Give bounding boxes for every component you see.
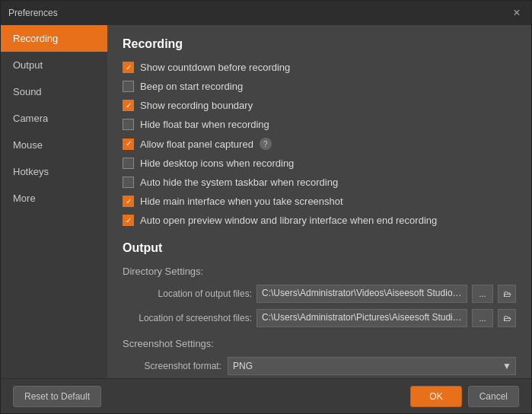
sidebar-item-sound[interactable]: Sound (1, 78, 107, 105)
checkbox-row-desktopicons: Hide desktop icons when recording (123, 158, 516, 169)
preferences-dialog: Preferences × Recording Output Sound Cam… (0, 0, 532, 414)
output-files-label: Location of output files: (123, 288, 252, 299)
ok-button[interactable]: OK (410, 386, 461, 407)
checkbox-desktopicons-label: Hide desktop icons when recording (140, 158, 294, 169)
screenshot-files-browse-button[interactable]: ... (472, 309, 493, 327)
close-button[interactable]: × (510, 6, 524, 20)
checkbox-maininterface[interactable] (123, 196, 134, 207)
help-icon[interactable]: ? (260, 138, 272, 150)
checkbox-maininterface-label: Hide main interface when you take screen… (140, 196, 343, 207)
checkbox-floatbar[interactable] (123, 119, 134, 130)
checkbox-row-floatpanel: Allow float panel captured ? (123, 138, 516, 150)
sidebar-item-recording[interactable]: Recording (1, 25, 107, 52)
content-area: Recording Show countdown before recordin… (107, 25, 531, 378)
sidebar-item-more[interactable]: More (1, 185, 107, 212)
sidebar-item-camera[interactable]: Camera (1, 105, 107, 132)
screenshot-settings-label: Screenshot Settings: (123, 338, 516, 349)
sidebar-item-mouse[interactable]: Mouse (1, 132, 107, 158)
output-files-row: Location of output files: C:\Users\Admin… (123, 285, 516, 303)
checkbox-row-taskbar: Auto hide the system taskbar when record… (123, 177, 516, 188)
checkbox-boundary[interactable] (123, 100, 134, 111)
checkbox-floatpanel-label: Allow float panel captured (140, 139, 253, 150)
screenshot-files-input[interactable]: C:\Users\Administrator\Pictures\Aiseesof… (256, 309, 467, 327)
checkbox-row-maininterface: Hide main interface when you take screen… (123, 196, 516, 207)
sidebar: Recording Output Sound Camera Mouse Hotk… (1, 25, 107, 378)
reset-button[interactable]: Reset to Default (13, 386, 101, 407)
checkbox-beep[interactable] (123, 81, 134, 92)
screenshot-format-wrapper: PNG JPG BMP GIF ▼ (228, 357, 516, 375)
checkbox-taskbar[interactable] (123, 177, 134, 188)
directory-settings-label: Directory Settings: (123, 266, 516, 277)
screenshot-files-row: Location of screenshot files: C:\Users\A… (123, 309, 516, 327)
checkbox-autoopen[interactable] (123, 215, 134, 226)
checkbox-beep-label: Beep on start recording (140, 81, 243, 92)
checkbox-row-beep: Beep on start recording (123, 81, 516, 92)
output-files-input[interactable]: C:\Users\Administrator\Videos\Aiseesoft … (256, 285, 467, 303)
main-content: Recording Output Sound Camera Mouse Hotk… (1, 25, 531, 378)
output-files-browse-button[interactable]: ... (472, 285, 493, 303)
checkbox-floatpanel[interactable] (123, 139, 134, 150)
output-section-title: Output (123, 241, 516, 255)
checkbox-boundary-label: Show recording boundary (140, 100, 253, 111)
screenshot-format-row: Screenshot format: PNG JPG BMP GIF ▼ (123, 357, 516, 375)
dialog-title: Preferences (8, 8, 58, 18)
checkbox-taskbar-label: Auto hide the system taskbar when record… (140, 177, 338, 188)
footer-right: OK Cancel (410, 386, 519, 407)
output-section: Output Directory Settings: Location of o… (123, 241, 516, 375)
checkbox-floatbar-label: Hide float bar when recording (140, 119, 269, 130)
sidebar-item-hotkeys[interactable]: Hotkeys (1, 158, 107, 185)
checkbox-row-floatbar: Hide float bar when recording (123, 119, 516, 130)
checkbox-row-boundary: Show recording boundary (123, 100, 516, 111)
cancel-button[interactable]: Cancel (468, 386, 519, 407)
title-bar: Preferences × (1, 1, 531, 25)
checkbox-row-autoopen: Auto open preview window and library int… (123, 215, 516, 226)
screenshot-files-label: Location of screenshot files: (123, 313, 252, 323)
screenshot-format-label: Screenshot format: (123, 361, 221, 371)
sidebar-item-output[interactable]: Output (1, 52, 107, 78)
screenshot-format-select[interactable]: PNG JPG BMP GIF (228, 357, 516, 375)
screenshot-files-folder-button[interactable]: 🗁 (498, 309, 516, 327)
checkbox-countdown-label: Show countdown before recording (140, 62, 290, 73)
output-files-folder-button[interactable]: 🗁 (498, 285, 516, 303)
recording-section-title: Recording (123, 37, 516, 51)
footer: Reset to Default OK Cancel (1, 378, 531, 413)
checkbox-desktopicons[interactable] (123, 158, 134, 169)
checkbox-countdown[interactable] (123, 62, 134, 73)
checkbox-row-countdown: Show countdown before recording (123, 62, 516, 73)
checkbox-autoopen-label: Auto open preview window and library int… (140, 215, 437, 226)
